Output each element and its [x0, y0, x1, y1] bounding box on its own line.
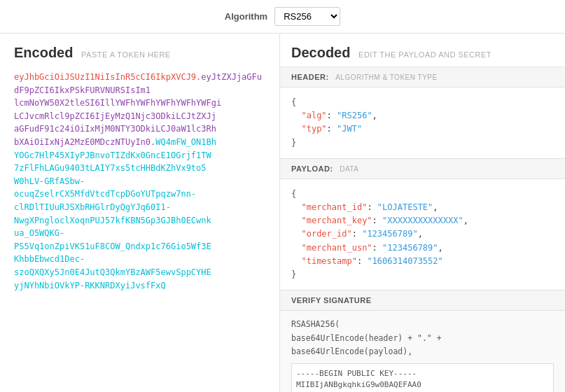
public-key-input[interactable]: -----BEGIN PUBLIC KEY----- MIIBIjANBgkqh…	[291, 363, 554, 392]
header-section-header: HEADER: ALGORITHM & TOKEN TYPE	[280, 67, 565, 88]
top-bar: Algorithm HS256 HS384 HS512 RS256 RS384 …	[0, 0, 565, 34]
verify-section-body: RSASHA256( base64UrlEncode(header) + "."…	[280, 311, 565, 392]
header-section-body[interactable]: { "alg": "RS256", "typ": "JWT" }	[280, 88, 565, 158]
verify-section: VERIFY SIGNATURE RSASHA256( base64UrlEnc…	[280, 290, 565, 392]
decoded-title: Decoded	[291, 45, 350, 60]
encoded-header: Encoded PASTE A TOKEN HERE	[14, 45, 265, 61]
encoded-panel: Encoded PASTE A TOKEN HERE eyJhbGciOiJSU…	[0, 34, 280, 392]
payload-section-header: PAYLOAD: DATA	[280, 159, 565, 179]
header-sublabel: ALGORITHM & TOKEN TYPE	[335, 74, 437, 81]
verify-section-header: VERIFY SIGNATURE	[280, 290, 565, 311]
decoded-header-row: Decoded EDIT THE PAYLOAD AND SECRET	[280, 34, 565, 67]
encoded-title: Encoded	[14, 45, 73, 60]
formula-line1: RSASHA256(	[291, 319, 340, 329]
token-header: eyJhbGciOiJSUzI1NiIsInR5cCI6IkpXVCJ9.	[14, 72, 201, 82]
algorithm-select[interactable]: HS256 HS384 HS512 RS256 RS384 RS512	[274, 7, 340, 26]
header-label: HEADER:	[291, 73, 329, 81]
encoded-subtitle: PASTE A TOKEN HERE	[81, 50, 171, 59]
token-signature: WQ4mFW_ON1BhYOGc7HlP45XIyPJBnvoTIZdKx0Gn…	[14, 137, 216, 290]
payload-sublabel: DATA	[340, 165, 358, 173]
main-layout: Encoded PASTE A TOKEN HERE eyJhbGciOiJSU…	[0, 34, 565, 392]
encoded-token[interactable]: eyJhbGciOiJSUzI1NiIsInR5cCI6IkpXVCJ9.eyJ…	[14, 71, 265, 292]
key-box-wrapper: -----BEGIN PUBLIC KEY----- MIIBIjANBgkqh…	[291, 363, 554, 392]
decoded-subtitle: EDIT THE PAYLOAD AND SECRET	[358, 50, 491, 59]
formula-line2: base64UrlEncode(header) + "." +	[291, 333, 442, 343]
header-section: HEADER: ALGORITHM & TOKEN TYPE { "alg": …	[280, 67, 565, 159]
payload-section-body[interactable]: { "merchant_id": "LOJATESTE", "merchant_…	[280, 179, 565, 290]
verify-label: VERIFY SIGNATURE	[291, 296, 372, 304]
payload-label: PAYLOAD:	[291, 164, 333, 173]
formula-line3: base64UrlEncode(payload),	[291, 346, 412, 356]
token-payload: eyJtZXJjaGFudF9pZCI6IkxPSkFURVNURSIsIm1l…	[14, 72, 262, 147]
payload-section: PAYLOAD: DATA { "merchant_id": "LOJATEST…	[280, 159, 565, 290]
decoded-panel: Decoded EDIT THE PAYLOAD AND SECRET HEAD…	[280, 34, 565, 392]
algorithm-label: Algorithm	[225, 11, 267, 22]
